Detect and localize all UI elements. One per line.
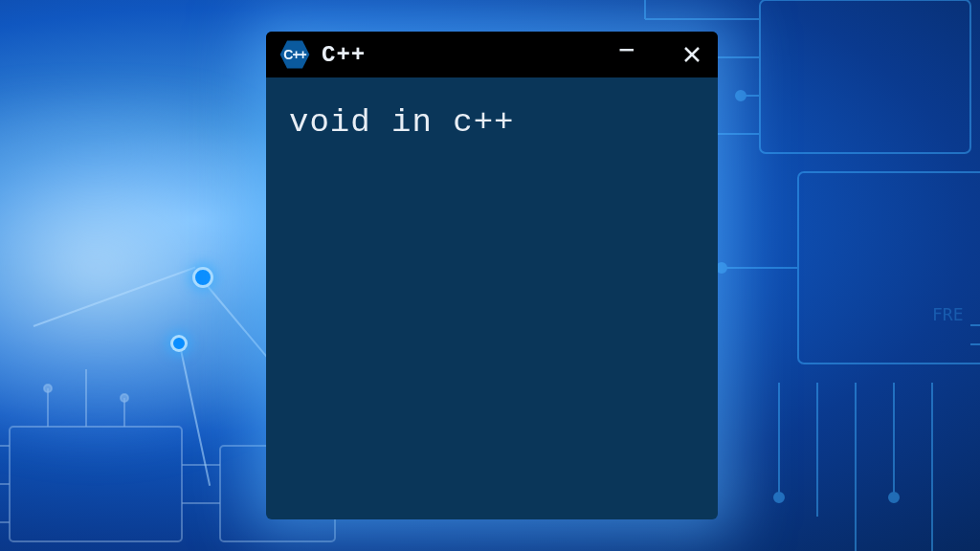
maximize-button[interactable] [647, 42, 672, 67]
svg-rect-1 [798, 172, 980, 364]
svg-point-8 [736, 91, 746, 100]
console-window: C++ C++ − void in c++ [266, 32, 718, 519]
svg-point-12 [717, 263, 726, 273]
network-node [192, 267, 213, 288]
svg-point-18 [774, 493, 784, 502]
window-title: C++ [322, 42, 603, 68]
window-titlebar: C++ C++ − [266, 32, 718, 77]
network-node [170, 335, 188, 352]
console-content: void in c++ [266, 77, 718, 519]
window-controls: − [614, 42, 704, 67]
minimize-button[interactable]: − [614, 42, 639, 67]
svg-point-19 [889, 493, 899, 502]
close-icon [683, 46, 701, 63]
cpp-logo-icon: C++ [279, 39, 310, 70]
code-text: void in c++ [289, 104, 695, 141]
svg-text:FRE: FRE [932, 304, 964, 324]
svg-rect-0 [760, 0, 970, 153]
close-button[interactable] [679, 42, 704, 67]
